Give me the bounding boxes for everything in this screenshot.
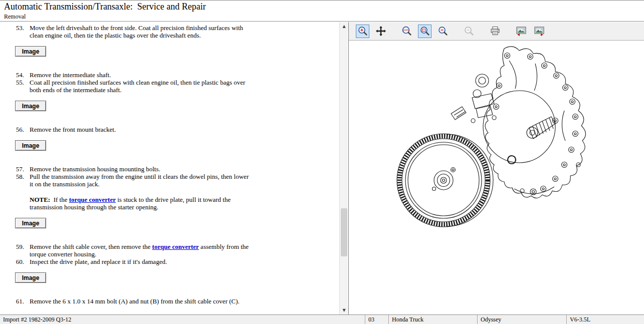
- pan-button[interactable]: [374, 25, 387, 38]
- step-number: 54.: [15, 71, 24, 79]
- service-manual-window: Automatic Transmission/Transaxle: Servic…: [0, 0, 644, 324]
- zoom-fit-icon: [419, 26, 431, 37]
- zoom-out-icon: [438, 26, 449, 37]
- scroll-down-button[interactable]: ▼: [340, 306, 348, 314]
- note-block: NOTE: If the torque converter is stuck t…: [30, 196, 231, 211]
- step-number: 53.: [15, 24, 24, 39]
- torque-converter-link[interactable]: torque converter: [69, 196, 116, 203]
- step-text: Remove the front mount bracket.: [30, 126, 254, 133]
- step-text: Move the left driveshaft to the front si…: [30, 24, 254, 39]
- print-icon: [490, 26, 501, 37]
- section-subtitle: Removal: [4, 13, 26, 21]
- zoom-region-button: [462, 25, 476, 38]
- step-text: Remove the intermediate shaft.: [30, 71, 254, 79]
- step-text: Remove the shift cable cover, then remov…: [30, 243, 152, 250]
- step-57: 57. Remove the transmission housing moun…: [0, 165, 339, 173]
- step-53: 53. Move the left driveshaft to the fron…: [0, 24, 339, 39]
- scroll-up-button[interactable]: ▲: [340, 22, 348, 31]
- figure-pane: 100%: [349, 22, 644, 314]
- note-text: If the: [50, 196, 69, 203]
- statusbar-source: Import #2 1982-2009 Q3-12: [0, 315, 365, 324]
- image-button-4[interactable]: Image: [15, 218, 46, 228]
- step-54: 54. Remove the intermediate shaft.: [0, 71, 339, 79]
- zoom-region-icon: [464, 26, 475, 37]
- note-label: NOTE:: [30, 196, 50, 203]
- zoom-out-button[interactable]: [436, 25, 450, 38]
- zoom-in-icon: [357, 26, 368, 37]
- scrollbar-thumb[interactable]: [341, 208, 347, 256]
- procedure-pane: 53. Move the left driveshaft to the fron…: [0, 22, 339, 314]
- step-text: Inspect the drive plate, and replace it …: [30, 258, 254, 265]
- step-text: Coat all precision finished surfaces wit…: [30, 79, 254, 94]
- header: Automatic Transmission/Transaxle: Servic…: [0, 0, 644, 22]
- zoom-fit-button[interactable]: [418, 25, 432, 38]
- print-button[interactable]: [488, 25, 502, 38]
- step-text: Remove the 6 x 1.0 x 14 mm bolt (A) and …: [30, 297, 254, 305]
- image-button-5[interactable]: Image: [15, 272, 46, 283]
- vertical-scrollbar[interactable]: ▲ ▼: [339, 22, 348, 314]
- step-number: 59.: [15, 243, 24, 258]
- step-number: 60.: [15, 258, 24, 265]
- statusbar-make: Honda Truck: [388, 315, 477, 324]
- step-text: Remove the transmission housing mounting…: [30, 165, 254, 173]
- image-button-2[interactable]: Image: [15, 101, 46, 111]
- figure-viewer[interactable]: [349, 41, 644, 314]
- next-figure-icon: [533, 26, 545, 37]
- page-title: Automatic Transmission/Transaxle: Servic…: [4, 2, 206, 12]
- next-figure-button[interactable]: [532, 25, 546, 38]
- step-58: 58. Pull the transmission away from the …: [0, 173, 339, 188]
- step-56: 56. Remove the front mount bracket.: [0, 126, 339, 133]
- step-number: 61.: [15, 297, 24, 305]
- step-text: Remove the shift cable cover, then remov…: [30, 243, 254, 258]
- image-button-1[interactable]: Image: [15, 46, 46, 57]
- zoom-100-icon: 100%: [401, 26, 412, 37]
- prev-figure-icon: [515, 26, 527, 37]
- prev-figure-button[interactable]: [514, 25, 528, 38]
- pan-icon: [375, 26, 386, 37]
- statusbar-model: Odyssey: [477, 315, 566, 324]
- step-number: 58.: [15, 173, 24, 188]
- zoom-in-button[interactable]: [356, 25, 369, 38]
- step-61: 61. Remove the 6 x 1.0 x 14 mm bolt (A) …: [0, 297, 339, 305]
- figure-toolbar: 100%: [349, 22, 644, 41]
- zoom-100-button[interactable]: 100%: [400, 25, 413, 38]
- step-60: 60. Inspect the drive plate, and replace…: [0, 258, 339, 265]
- torque-converter-link[interactable]: torque converter: [152, 243, 199, 250]
- step-59: 59. Remove the shift cable cover, then r…: [0, 243, 339, 258]
- transmission-diagram: [349, 41, 644, 314]
- statusbar-engine: V6-3.5L: [566, 315, 644, 324]
- svg-text:100%: 100%: [402, 29, 409, 32]
- status-bar: Import #2 1982-2009 Q3-12 03 Honda Truck…: [0, 314, 644, 324]
- statusbar-year: 03: [365, 315, 388, 324]
- step-text: Pull the transmission away from the engi…: [30, 173, 254, 188]
- image-button-3[interactable]: Image: [15, 140, 46, 151]
- step-number: 55.: [15, 79, 24, 94]
- step-number: 56.: [15, 126, 24, 133]
- step-number: 57.: [15, 165, 24, 173]
- step-55: 55. Coat all precision finished surfaces…: [0, 79, 339, 94]
